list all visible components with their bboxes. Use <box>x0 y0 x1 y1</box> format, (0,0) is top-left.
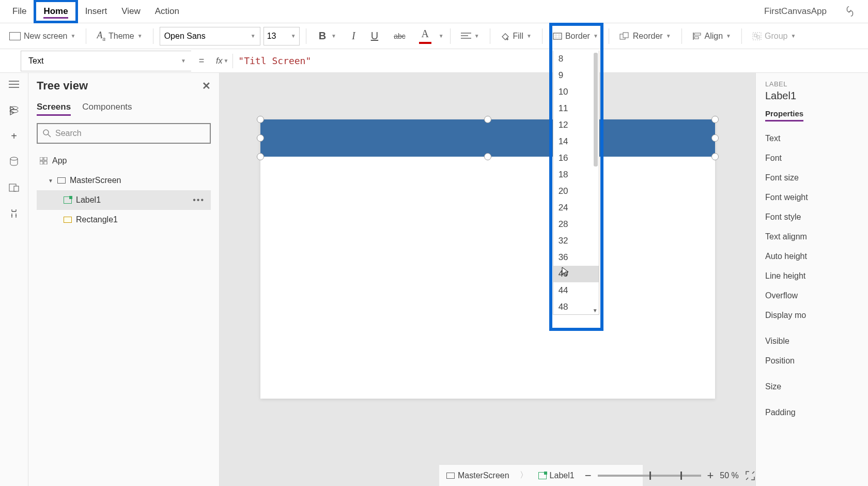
strikethrough-button[interactable]: abc <box>388 30 412 42</box>
tab-screens[interactable]: Screens <box>37 102 71 116</box>
font-size-option-28[interactable]: 28 <box>553 216 599 233</box>
font-size-option-36[interactable]: 36 <box>553 249 599 266</box>
property-row[interactable]: Text alignm <box>765 227 861 247</box>
tab-properties[interactable]: Properties <box>765 109 803 122</box>
data-icon[interactable] <box>8 156 20 168</box>
property-row[interactable]: Text <box>765 129 861 148</box>
property-row[interactable]: Size <box>765 377 861 397</box>
property-row[interactable]: Padding <box>765 403 861 422</box>
font-size-option-9[interactable]: 9 <box>553 67 599 84</box>
resize-handle[interactable] <box>484 153 491 160</box>
align-button[interactable]: Align▼ <box>688 28 735 44</box>
canvas-screen[interactable] <box>260 119 715 399</box>
menu-insert[interactable]: Insert <box>78 2 115 21</box>
search-input[interactable]: Search <box>37 123 211 144</box>
property-row[interactable]: Overflow <box>765 286 861 306</box>
chevron-down-icon[interactable]: ▼ <box>439 33 444 39</box>
property-row[interactable]: Auto height <box>765 247 861 266</box>
svg-rect-4 <box>694 37 699 39</box>
breadcrumb-control[interactable]: Label1 <box>538 471 575 480</box>
resize-handle[interactable] <box>257 116 264 123</box>
italic-button[interactable]: I <box>346 28 362 44</box>
border-button[interactable]: Border▼ <box>549 28 602 44</box>
property-row[interactable]: Font size <box>765 168 861 188</box>
menu-view[interactable]: View <box>114 2 148 21</box>
font-size-option-10[interactable]: 10 <box>553 84 599 100</box>
font-size-option-16[interactable]: 16 <box>553 150 599 166</box>
hamburger-icon[interactable] <box>8 78 20 90</box>
zoom-out-button[interactable]: − <box>585 469 592 482</box>
font-size-option-14[interactable]: 14 <box>553 133 599 150</box>
font-size-option-18[interactable]: 18 <box>553 166 599 183</box>
svg-rect-17 <box>44 161 47 164</box>
property-row[interactable]: Font weight <box>765 188 861 207</box>
tree-item-rectangle1[interactable]: Rectangle1 <box>37 210 211 230</box>
scrollbar[interactable] <box>594 53 598 166</box>
canvas-area[interactable]: MasterScreen 〉 Label1 − + 50 % <box>220 73 755 486</box>
property-select[interactable]: Text▼ <box>21 51 191 71</box>
font-size-option-32[interactable]: 32 <box>553 233 599 249</box>
theme-button[interactable]: Aa Theme▼ <box>92 27 146 45</box>
advanced-tools-icon[interactable] <box>8 207 20 220</box>
align-icon <box>461 32 471 40</box>
breadcrumb-screen[interactable]: MasterScreen <box>446 471 509 480</box>
reorder-button[interactable]: Reorder▼ <box>615 28 675 44</box>
menu-home[interactable]: Home <box>34 0 78 23</box>
property-row[interactable]: Visible <box>765 331 861 351</box>
separator <box>450 28 451 44</box>
fit-to-window-icon[interactable] <box>745 470 755 481</box>
resize-handle[interactable] <box>711 153 719 160</box>
chevron-down-icon[interactable]: ▼ <box>48 178 53 184</box>
app-title: FirstCanvasApp <box>764 6 837 17</box>
menu-file[interactable]: File <box>5 2 34 21</box>
formula-input[interactable]: "Titl Screen" <box>233 55 868 66</box>
fx-button[interactable]: fx▼ <box>212 56 233 66</box>
font-size-option-20[interactable]: 20 <box>553 183 599 200</box>
font-size-option-11[interactable]: 11 <box>553 100 599 117</box>
property-row[interactable]: Font style <box>765 207 861 227</box>
property-row[interactable]: Line height <box>765 266 861 286</box>
tree-item-screen[interactable]: ▼ MasterScreen <box>37 171 211 190</box>
fill-button[interactable]: Fill▼ <box>497 28 536 44</box>
selected-label-control[interactable] <box>260 119 715 157</box>
more-icon[interactable]: ••• <box>193 195 208 205</box>
font-name-select[interactable]: Open Sans▼ <box>160 27 260 45</box>
new-screen-button[interactable]: New screen▼ <box>5 28 80 44</box>
tab-components[interactable]: Components <box>82 102 132 116</box>
group-button: Group▼ <box>748 28 800 44</box>
close-icon[interactable]: ✕ <box>202 80 211 92</box>
resize-handle[interactable] <box>711 134 719 142</box>
media-icon[interactable] <box>8 181 20 194</box>
separator <box>681 28 682 44</box>
text-align-button[interactable]: ▼ <box>457 29 484 43</box>
font-color-button[interactable]: A <box>415 27 436 45</box>
zoom-in-button[interactable]: + <box>707 469 714 482</box>
font-size-select[interactable]: 13▼ <box>264 27 300 45</box>
menu-action[interactable]: Action <box>148 2 187 21</box>
tree-item-app[interactable]: App <box>37 151 211 171</box>
font-size-option-44[interactable]: 44 <box>553 282 599 299</box>
font-size-option-40[interactable]: 40 <box>553 266 599 282</box>
property-row[interactable]: Position <box>765 351 861 371</box>
separator <box>490 28 490 44</box>
app-checker-icon[interactable] <box>837 6 863 17</box>
insert-icon[interactable]: + <box>8 130 20 142</box>
font-size-option-24[interactable]: 24 <box>553 200 599 216</box>
bold-button[interactable]: B▼ <box>313 28 343 44</box>
resize-handle[interactable] <box>257 153 264 160</box>
resize-handle[interactable] <box>711 116 719 123</box>
tree-view-icon[interactable] <box>8 104 20 116</box>
resize-handle[interactable] <box>484 116 491 123</box>
font-size-option-8[interactable]: 8 <box>553 51 599 67</box>
font-size-option-12[interactable]: 12 <box>553 117 599 133</box>
font-size-option-48[interactable]: 48 <box>553 299 599 314</box>
resize-handle[interactable] <box>257 134 264 142</box>
underline-button[interactable]: U <box>365 28 384 44</box>
control-name[interactable]: Label1 <box>765 90 861 102</box>
property-row[interactable]: Display mo <box>765 306 861 325</box>
zoom-slider[interactable] <box>598 475 701 477</box>
scroll-down-icon[interactable]: ▼ <box>593 308 598 313</box>
svg-point-8 <box>10 107 18 110</box>
tree-item-label1[interactable]: Label1 ••• <box>37 190 211 210</box>
property-row[interactable]: Font <box>765 148 861 168</box>
